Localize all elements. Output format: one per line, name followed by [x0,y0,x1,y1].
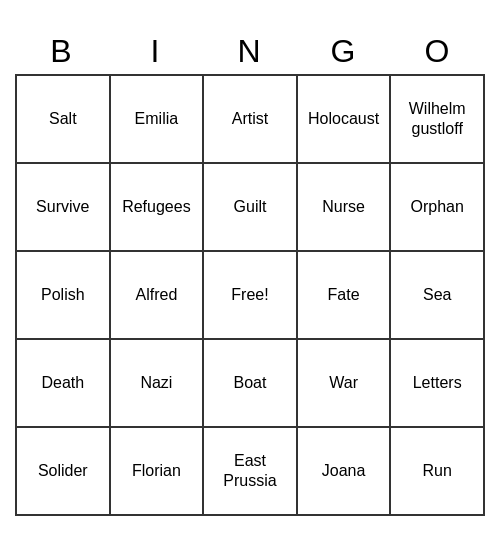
bingo-cell: Orphan [391,164,485,252]
bingo-cell: Death [17,340,111,428]
cell-text: Alfred [135,285,177,304]
cell-text: Nurse [322,197,365,216]
cell-text: Letters [413,373,462,392]
bingo-cell: Solider [17,428,111,516]
cell-text: Artist [232,109,268,128]
bingo-cell: Polish [17,252,111,340]
cell-text: Joana [322,461,366,480]
cell-text: Guilt [234,197,267,216]
bingo-cell: Artist [204,76,298,164]
bingo-cell: Refugees [111,164,205,252]
bingo-cell: Letters [391,340,485,428]
cell-text: Orphan [411,197,464,216]
cell-text: Salt [49,109,77,128]
bingo-cell: Run [391,428,485,516]
bingo-cell: Salt [17,76,111,164]
bingo-cell: Fate [298,252,392,340]
cell-text: Boat [234,373,267,392]
bingo-cell: Nurse [298,164,392,252]
cell-text: Fate [328,285,360,304]
cell-text: Wilhelm gustloff [395,99,479,137]
header-letter: B [15,29,109,74]
cell-text: Holocaust [308,109,379,128]
bingo-cell: Holocaust [298,76,392,164]
cell-text: Emilia [135,109,179,128]
cell-text: Death [41,373,84,392]
header-letter: O [391,29,485,74]
cell-text: Solider [38,461,88,480]
cell-text: Sea [423,285,451,304]
cell-text: Run [423,461,452,480]
bingo-cell: Survive [17,164,111,252]
bingo-cell: Alfred [111,252,205,340]
cell-text: East Prussia [208,451,292,489]
cell-text: Nazi [140,373,172,392]
cell-text: Free! [231,285,268,304]
bingo-card: BINGO SaltEmiliaArtistHolocaustWilhelm g… [15,29,485,516]
header-letter: I [109,29,203,74]
bingo-cell: Wilhelm gustloff [391,76,485,164]
bingo-header: BINGO [15,29,485,74]
bingo-cell: Free! [204,252,298,340]
cell-text: Florian [132,461,181,480]
header-letter: G [297,29,391,74]
bingo-cell: Florian [111,428,205,516]
cell-text: Polish [41,285,85,304]
bingo-grid: SaltEmiliaArtistHolocaustWilhelm gustlof… [15,74,485,516]
bingo-cell: Sea [391,252,485,340]
bingo-cell: Boat [204,340,298,428]
header-letter: N [203,29,297,74]
bingo-cell: Guilt [204,164,298,252]
bingo-cell: War [298,340,392,428]
cell-text: Refugees [122,197,191,216]
bingo-cell: Nazi [111,340,205,428]
bingo-cell: East Prussia [204,428,298,516]
bingo-cell: Emilia [111,76,205,164]
cell-text: Survive [36,197,89,216]
cell-text: War [329,373,358,392]
bingo-cell: Joana [298,428,392,516]
